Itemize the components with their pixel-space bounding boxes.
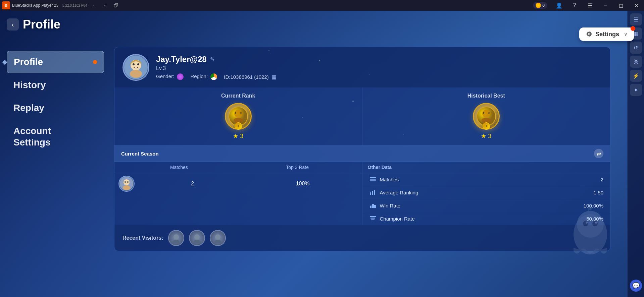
svg-point-38 <box>214 240 221 243</box>
stat-label-win-rate: Win Rate <box>369 202 401 209</box>
svg-rect-24 <box>372 191 373 195</box>
notification-dot <box>631 26 635 31</box>
season-section: Current Season ⇄ Matches Top 3 Rate <box>114 145 610 225</box>
historical-rank-header: Historical Best <box>368 93 605 99</box>
gender-icon <box>177 73 184 80</box>
svg-point-4 <box>137 63 139 65</box>
coin-count: 0 <box>542 3 545 8</box>
settings-label: Settings <box>595 31 619 38</box>
user-header: Jay.Tyler@28 ✎ Lv.3 Gender: Region: ID:1… <box>114 47 610 87</box>
svg-point-16 <box>123 179 130 185</box>
historical-rank-badge: I <box>473 103 500 130</box>
svg-rect-30 <box>370 216 376 217</box>
current-rank-col: Current Rank <box>114 87 362 145</box>
stat-value-champion-rate: 50.00% <box>586 216 603 222</box>
char-stats: 2 100% <box>137 181 358 187</box>
bar-chart-icon <box>369 189 377 195</box>
sidebar-item-history[interactable]: History <box>7 74 104 96</box>
svg-point-19 <box>127 181 129 183</box>
other-data-header: Other Data <box>362 162 610 173</box>
titlebar-controls: ← ⌂ 🗍 <box>90 2 121 9</box>
right-panel: ☰ ▦ ↺ ◎ ⚡ ♦ 💬 <box>627 11 644 297</box>
svg-point-8 <box>235 112 236 114</box>
rp-icon-1[interactable]: ☰ <box>630 13 642 25</box>
visitors-section: Recent Visitors: <box>114 225 610 251</box>
matches-col-header: Matches <box>120 165 238 170</box>
svg-point-13 <box>483 112 484 114</box>
edit-icon[interactable]: ✎ <box>210 56 214 62</box>
profile-btn[interactable]: 👤 <box>551 0 567 11</box>
svg-rect-31 <box>370 218 375 219</box>
sidebar-item-account-settings[interactable]: AccountSettings <box>7 120 104 153</box>
svg-rect-32 <box>371 219 375 220</box>
stat-value-win-rate: 100.00% <box>584 203 603 209</box>
historical-level-badge: I <box>483 122 490 130</box>
copy-id-icon[interactable]: ▦ <box>271 74 277 80</box>
svg-rect-28 <box>374 205 376 208</box>
settings-button[interactable]: ⚙ Settings ∨ <box>579 27 634 41</box>
stat-value-avg-ranking: 1.50 <box>594 190 603 195</box>
svg-rect-25 <box>374 190 375 195</box>
top3-col-header: Top 3 Rate <box>238 165 357 170</box>
help-btn[interactable]: ? <box>567 0 582 11</box>
rp-icon-5[interactable]: ⚡ <box>630 70 642 82</box>
sidebar-label-replay: Replay <box>13 103 44 113</box>
visitor-avatar-2 <box>189 230 205 246</box>
visitor-avatar-1 <box>168 230 184 246</box>
rp-icon-6[interactable]: ♦ <box>630 84 642 96</box>
back-btn[interactable]: ← <box>90 2 99 9</box>
svg-point-14 <box>488 112 490 114</box>
current-rank-header: Current Rank <box>120 93 357 99</box>
svg-point-2 <box>130 70 142 78</box>
svg-point-9 <box>240 112 242 114</box>
chat-icon[interactable]: 💬 <box>630 280 642 292</box>
visitor-avatar-3 <box>210 230 226 246</box>
copy-btn[interactable]: 🗍 <box>111 2 121 9</box>
svg-point-36 <box>194 240 200 243</box>
avatar <box>122 54 149 81</box>
rank-section: Current Rank <box>114 87 610 145</box>
coin-icon <box>536 3 541 8</box>
username-row: Jay.Tyler@28 ✎ <box>156 55 602 64</box>
historical-rank-stars: ★ 3 <box>368 132 605 140</box>
svg-rect-27 <box>372 204 374 208</box>
chevron-down-icon: ∨ <box>624 32 627 37</box>
visitors-label: Recent Visitors: <box>122 235 163 241</box>
user-id: ID:10386961 (1022) ▦ <box>224 74 277 80</box>
svg-point-3 <box>133 63 135 65</box>
sidebar-item-profile[interactable]: Profile <box>7 51 104 73</box>
stat-label-champion-rate: Champion Rate <box>369 216 415 222</box>
rp-icon-4[interactable]: ◎ <box>630 56 642 68</box>
rank-level-badge: I <box>235 122 242 130</box>
stat-label-avg-ranking: Average Ranking <box>369 189 418 195</box>
sidebar: Profile History Replay AccountSettings <box>7 51 104 155</box>
home-btn[interactable]: ⌂ <box>101 2 110 9</box>
season-toggle[interactable]: ⇄ <box>594 149 603 158</box>
back-icon[interactable]: ‹ <box>7 18 19 31</box>
sidebar-label-history: History <box>13 80 46 90</box>
svg-rect-20 <box>370 177 376 178</box>
coin-area: 0 <box>533 2 547 9</box>
menu-btn[interactable]: ☰ <box>582 0 598 11</box>
restore-btn[interactable]: ◻ <box>613 0 629 11</box>
titlebar-right: 0 👤 ? ☰ − ◻ ✕ <box>533 0 644 11</box>
right-stats: Other Data Matches <box>362 162 610 225</box>
user-details: Gender: Region: ID:10386961 (1022) ▦ <box>156 73 602 80</box>
sidebar-item-replay[interactable]: Replay <box>7 97 104 119</box>
stat-row-avg-ranking: Average Ranking 1.50 <box>362 186 610 199</box>
user-info: Jay.Tyler@28 ✎ Lv.3 Gender: Region: ID:1… <box>156 55 602 80</box>
svg-point-34 <box>173 240 180 243</box>
svg-point-37 <box>215 234 220 240</box>
rp-icon-3[interactable]: ↺ <box>630 42 642 54</box>
app-version: 5.22.0.1102 P64 <box>62 4 87 7</box>
table-icon <box>369 176 377 182</box>
svg-point-17 <box>123 185 130 190</box>
svg-point-35 <box>194 234 200 240</box>
sidebar-label-account: AccountSettings <box>13 126 51 147</box>
gear-icon: ⚙ <box>586 30 592 38</box>
sidebar-label-profile: Profile <box>14 57 43 67</box>
close-btn[interactable]: ✕ <box>629 0 644 11</box>
svg-rect-23 <box>370 192 371 195</box>
minimize-btn[interactable]: − <box>598 0 613 11</box>
stat-row-matches: Matches 2 <box>362 173 610 186</box>
